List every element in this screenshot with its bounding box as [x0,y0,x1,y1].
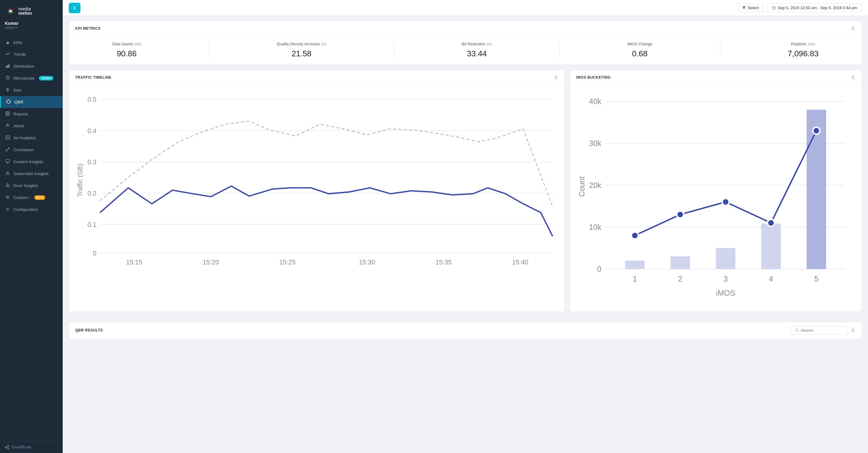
sidebar-item-correlation[interactable]: Correlation [0,144,63,156]
sidebar-item-kpis[interactable]: ◈ KPIs [0,37,63,48]
distribution-icon [5,64,10,69]
sidebar-item-content-insights[interactable]: Content Insights [0,156,63,168]
clock-icon [772,6,776,10]
svg-text:2: 2 [678,275,682,283]
sidebar-item-label: Error Insights [13,183,38,188]
custom-icon [5,195,10,200]
svg-text:4: 4 [769,275,773,283]
logo-area: media melon [0,0,63,20]
kpi-bit-reduction: Bit Reduction (%) 33.44 [462,41,492,58]
user-role[interactable]: USER ▾ [5,26,58,30]
svg-point-24 [7,172,8,174]
qbr-results-header: QBR RESULTS [69,322,862,339]
svg-point-28 [7,208,8,210]
traffic-timeline-chart: 0.5 0.4 0.3 0.2 0.1 0 Traffic (GB) [75,89,558,272]
svg-point-6 [7,88,8,90]
kpi-value: 0.68 [627,49,652,58]
sidebar-item-label: Custom ! [13,195,30,200]
sidebar-item-microscope[interactable]: Microscope Update [0,72,63,84]
kpi-quality-density: Quality Density Increase (%) 21.58 [277,41,326,58]
svg-rect-69 [625,260,645,269]
svg-text:30k: 30k [589,139,601,147]
qbr-results-actions [791,326,856,335]
kpi-grid: Data Saved (GB) 90.86 Quality Density In… [69,35,862,64]
svg-point-0 [9,10,11,12]
svg-text:15:35: 15:35 [436,259,452,266]
svg-text:10k: 10k [589,223,601,231]
svg-text:15:25: 15:25 [279,259,296,266]
kpi-divider [394,42,394,58]
microscope-badge: Update [39,76,54,81]
kpi-label: Data Saved (GB) [112,41,141,47]
qbr-search-wrap[interactable] [791,326,847,335]
sidebar-item-qbr[interactable]: QBR [0,96,63,108]
svg-text:Count: Count [578,176,586,197]
svg-text:0.5: 0.5 [88,96,96,103]
search-input[interactable] [801,328,843,333]
sidebar-nav: ◈ KPIs Trends Distribution Microscope Up… [0,34,63,441]
correlation-icon [5,147,10,152]
svg-rect-2 [7,65,8,68]
logo-text: media melon [18,6,32,16]
kpi-value: 7,096.83 [787,49,818,58]
back-button[interactable] [69,3,81,13]
svg-point-26 [7,186,8,186]
sidebar-item-custom[interactable]: Custom ! Beta [0,192,63,203]
svg-rect-72 [761,224,781,269]
svg-line-20 [7,149,8,150]
svg-text:15:15: 15:15 [126,259,142,266]
smart-route[interactable]: SmartRoute [0,441,63,453]
qbr-download-icon[interactable] [850,327,856,333]
select-button[interactable]: Select [737,3,764,12]
sidebar-item-error-insights[interactable]: Error Insights [0,180,63,192]
error-insights-icon [5,183,10,188]
charts-row: TRAFFIC TIMELINE 0.5 0.4 0.3 0.2 0.1 0 [69,70,862,317]
custom-badge: Beta [34,195,45,200]
topbar: Select Sep 5, 2019 12:00 am - Sep 5, 201… [63,0,868,16]
svg-rect-1 [6,66,7,68]
sidebar-item-configuration[interactable]: Configuration [0,203,63,216]
sidebar-item-label: Trends [13,52,26,57]
search-icon [795,329,799,332]
qbr-results-title: QBR RESULTS [75,328,103,332]
sidebar-item-reports[interactable]: Reports [0,108,63,120]
imos-download-icon[interactable] [850,75,856,81]
svg-point-78 [813,127,820,134]
username: Kumar [5,21,58,26]
svg-point-18 [6,150,7,151]
smart-route-label: SmartRoute [11,445,31,449]
sidebar-item-distribution[interactable]: Distribution [0,60,63,72]
svg-point-19 [8,147,9,149]
traffic-download-icon[interactable] [554,75,558,81]
svg-text:iMOS: iMOS [716,289,735,297]
datetime-button[interactable]: Sep 5, 2019 12:00 am - Sep 5, 2019 3:44 … [767,3,862,12]
logo-melon: melon [18,11,32,16]
sidebar-item-alerts[interactable]: Alerts [0,120,63,132]
kpi-label: Playtime (min) [787,41,818,47]
sidebar-item-subscriber-insights[interactable]: Subscriber Insights [0,168,63,180]
datetime-label: Sep 5, 2019 12:00 am - Sep 5, 2019 3:44 … [778,5,857,10]
imos-bucketing-header: iMOS BUCKETING [570,70,862,84]
select-label: Select [748,5,759,10]
kpi-value: 33.44 [462,49,492,58]
imos-bucketing-body: 40k 30k 20k 10k 0 Count [570,84,862,312]
sidebar-item-label: Subscriber Insights [13,171,49,176]
configuration-icon [5,207,10,212]
svg-point-31 [8,448,9,449]
kpi-label: Bit Reduction (%) [462,41,492,47]
svg-point-27 [7,197,8,198]
smart-route-icon [5,445,9,449]
sidebar-item-label: Correlation [13,147,34,152]
kpi-download-icon[interactable] [850,25,856,31]
sidebar-item-label: KPIs [13,40,22,45]
svg-point-75 [677,211,684,218]
main-content: Select Sep 5, 2019 12:00 am - Sep 5, 201… [63,0,868,453]
sidebar-item-ad-analytics[interactable]: Ad Analytics [0,132,63,144]
kpi-value: 21.58 [277,49,326,58]
sidebar-item-geo[interactable]: Geo [0,84,63,96]
sidebar-item-label: Microscope [13,76,35,81]
sidebar-item-trends[interactable]: Trends [0,48,63,60]
svg-point-30 [8,445,9,447]
microscope-icon [5,76,10,81]
reports-icon [5,111,10,117]
